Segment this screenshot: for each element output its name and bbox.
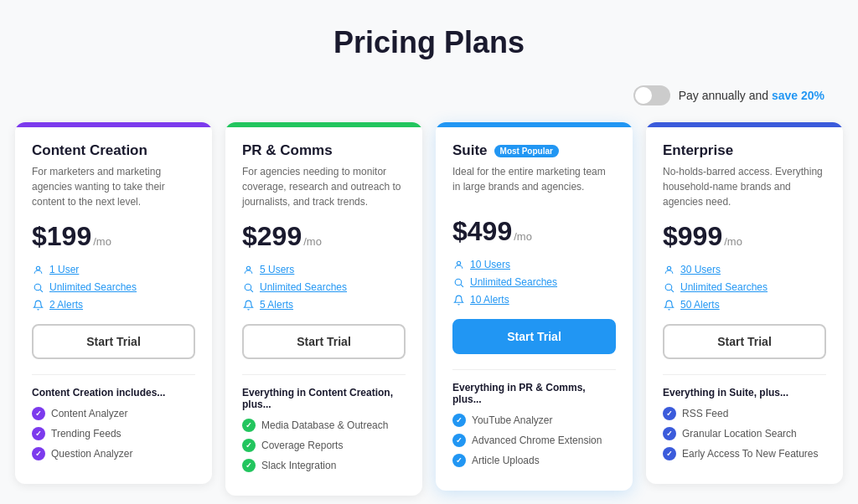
- include-text: Question Analyzer: [51, 448, 132, 460]
- svg-point-10: [665, 284, 672, 291]
- include-item: ✓ Slack Integration: [242, 459, 406, 472]
- feature-icon: [452, 259, 464, 270]
- card-body: Enterprise No-holds-barred access. Every…: [646, 127, 843, 484]
- feature-item: 10 Alerts: [452, 294, 616, 306]
- feature-item: Unlimited Searches: [663, 281, 826, 293]
- card-title-row: Suite Most Popular: [452, 142, 616, 159]
- feature-icon: [663, 264, 675, 275]
- feature-text[interactable]: 5 Alerts: [260, 299, 293, 311]
- price-period: /mo: [724, 235, 742, 248]
- svg-line-11: [670, 289, 673, 291]
- include-text: Granular Location Search: [682, 428, 797, 440]
- include-item: ✓ Article Uploads: [452, 454, 616, 467]
- includes-title: Content Creation includes...: [32, 387, 195, 399]
- include-text: Early Access To New Features: [682, 448, 819, 460]
- feature-text[interactable]: Unlimited Searches: [470, 276, 557, 288]
- includes-list: ✓ YouTube Analyzer ✓ Advanced Chrome Ext…: [452, 414, 616, 467]
- include-item: ✓ RSS Feed: [663, 407, 826, 420]
- check-icon: ✓: [242, 419, 256, 432]
- price-amount: $199: [32, 221, 91, 252]
- price-row: $199 /mo: [32, 221, 195, 252]
- feature-icon: [452, 276, 464, 288]
- feature-icon: [242, 299, 254, 311]
- includes-title: Everything in Suite, plus...: [663, 387, 826, 399]
- feature-item: 1 User: [32, 264, 195, 275]
- annual-toggle-row: Pay annually and save 20%: [17, 85, 841, 105]
- check-icon: ✓: [663, 427, 676, 440]
- includes-title: Everything in PR & Comms, plus...: [452, 382, 616, 405]
- include-text: Content Analyzer: [51, 408, 127, 419]
- feature-icon: [663, 281, 675, 293]
- include-text: Coverage Reports: [261, 440, 343, 451]
- includes-list: ✓ Media Database & Outreach ✓ Coverage R…: [242, 419, 406, 472]
- feature-icon: [242, 281, 254, 293]
- start-trial-button[interactable]: Start Trial: [32, 324, 195, 359]
- toggle-label: Pay annually and save 20%: [679, 89, 824, 102]
- start-trial-button[interactable]: Start Trial: [242, 324, 406, 359]
- includes-section: Everything in PR & Comms, plus... ✓ YouT…: [452, 369, 616, 467]
- include-text: Trending Feeds: [51, 428, 121, 440]
- feature-text[interactable]: Unlimited Searches: [49, 281, 137, 293]
- page-title: Pricing Plans: [17, 25, 841, 60]
- feature-text[interactable]: 10 Alerts: [470, 294, 509, 306]
- feature-icon: [32, 264, 44, 275]
- include-item: ✓ Advanced Chrome Extension: [452, 434, 616, 447]
- card-enterprise: Enterprise No-holds-barred access. Every…: [646, 122, 843, 484]
- include-item: ✓ Early Access To New Features: [663, 447, 826, 460]
- popular-badge: Most Popular: [494, 145, 559, 157]
- feature-text[interactable]: 50 Alerts: [680, 299, 720, 311]
- card-description: Ideal for the entire marketing team in l…: [452, 164, 616, 204]
- include-item: ✓ Granular Location Search: [663, 427, 826, 440]
- card-title: Enterprise: [663, 142, 733, 159]
- feature-text[interactable]: 30 Users: [680, 264, 721, 275]
- feature-text[interactable]: Unlimited Searches: [260, 281, 347, 293]
- feature-icon: [452, 294, 464, 306]
- card-description: For agencies needing to monitor coverage…: [242, 164, 406, 209]
- includes-list: ✓ Content Analyzer ✓ Trending Feeds ✓ Qu…: [32, 407, 195, 460]
- price-amount: $499: [452, 216, 512, 247]
- feature-item: 5 Users: [242, 264, 406, 275]
- include-text: Article Uploads: [472, 455, 540, 466]
- price-amount: $999: [663, 221, 722, 252]
- feature-text[interactable]: 1 User: [49, 264, 79, 275]
- feature-text[interactable]: 10 Users: [470, 259, 510, 270]
- includes-section: Content Creation includes... ✓ Content A…: [32, 374, 195, 460]
- includes-list: ✓ RSS Feed ✓ Granular Location Search ✓ …: [663, 407, 826, 460]
- check-icon: ✓: [242, 459, 256, 472]
- check-icon: ✓: [32, 407, 45, 420]
- annual-toggle[interactable]: [633, 85, 670, 105]
- include-text: Media Database & Outreach: [261, 419, 388, 431]
- feature-item: 50 Alerts: [663, 299, 826, 311]
- check-icon: ✓: [663, 407, 676, 420]
- pricing-cards: Content Creation For marketers and marke…: [17, 122, 841, 496]
- card-title-row: Content Creation: [32, 142, 195, 159]
- check-icon: ✓: [452, 454, 466, 467]
- features-list: 5 Users Unlimited Searches 5 Alerts: [242, 264, 406, 311]
- feature-item: 2 Alerts: [32, 299, 195, 311]
- feature-text[interactable]: 2 Alerts: [49, 299, 83, 311]
- svg-point-7: [455, 279, 462, 285]
- feature-item: Unlimited Searches: [452, 276, 616, 288]
- start-trial-button[interactable]: Start Trial: [452, 319, 616, 354]
- start-trial-button[interactable]: Start Trial: [663, 324, 826, 359]
- feature-item: Unlimited Searches: [242, 281, 406, 293]
- feature-text[interactable]: 5 Users: [260, 264, 294, 275]
- svg-line-5: [250, 289, 252, 291]
- price-row: $999 /mo: [663, 221, 826, 252]
- feature-item: 10 Users: [452, 259, 616, 270]
- card-description: For marketers and marketing agencies wan…: [32, 164, 195, 209]
- card-title: PR & Comms: [242, 142, 333, 159]
- feature-text[interactable]: Unlimited Searches: [680, 281, 768, 293]
- includes-section: Everything in Content Creation, plus... …: [242, 374, 406, 472]
- svg-line-2: [39, 289, 42, 291]
- check-icon: ✓: [32, 447, 45, 460]
- include-text: Advanced Chrome Extension: [472, 435, 602, 446]
- card-description: No-holds-barred access. Everything house…: [663, 164, 826, 209]
- price-row: $299 /mo: [242, 221, 406, 252]
- include-item: ✓ Coverage Reports: [242, 439, 406, 452]
- feature-item: 5 Alerts: [242, 299, 406, 311]
- include-text: Slack Integration: [261, 460, 336, 471]
- card-pr-comms: PR & Comms For agencies needing to monit…: [225, 122, 422, 496]
- svg-point-9: [667, 266, 670, 270]
- feature-icon: [32, 299, 44, 311]
